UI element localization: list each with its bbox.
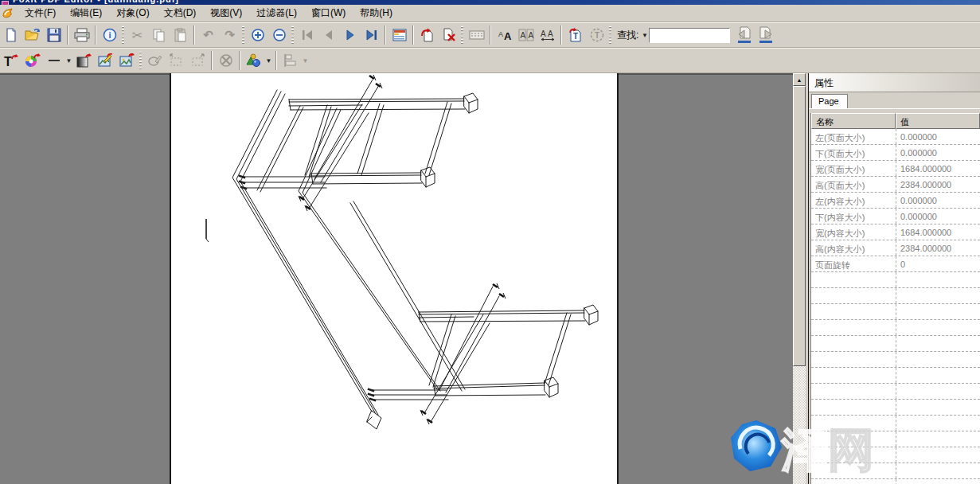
import-page-button[interactable] xyxy=(416,25,438,45)
transform-right-button[interactable] xyxy=(187,50,209,71)
delete-page-button[interactable] xyxy=(438,25,459,45)
property-value[interactable] xyxy=(896,352,980,367)
save-button[interactable] xyxy=(43,25,64,45)
edit-path-icon xyxy=(147,53,163,68)
open-button[interactable] xyxy=(21,25,43,45)
property-value[interactable] xyxy=(896,336,980,351)
menu-item-5[interactable]: 过滤器(L) xyxy=(249,5,304,21)
align-icon xyxy=(283,53,299,68)
last-page-button[interactable] xyxy=(361,25,382,45)
property-value[interactable]: 0.000000 xyxy=(896,193,980,208)
pdf-page[interactable] xyxy=(170,73,619,484)
char-width-button[interactable]: AA xyxy=(537,25,558,45)
zoom-in-button[interactable] xyxy=(247,25,268,45)
insert-shape-button[interactable] xyxy=(243,50,264,71)
property-name: 高(内容大小) xyxy=(811,240,896,256)
new-document-icon xyxy=(4,28,18,42)
property-value[interactable]: 1684.000000 xyxy=(896,224,980,240)
menu-item-4[interactable]: 视图(V) xyxy=(203,5,249,21)
zoom-out-icon xyxy=(272,28,287,42)
property-row: 高(页面大小)2384.000000 xyxy=(811,177,980,193)
add-shading-button[interactable] xyxy=(73,50,95,71)
empty-row xyxy=(811,288,980,304)
line-icon xyxy=(47,53,61,68)
property-value[interactable] xyxy=(896,400,980,415)
find-prev-button[interactable] xyxy=(733,25,755,45)
property-value[interactable] xyxy=(896,447,980,463)
find-dropdown[interactable]: ▼ xyxy=(640,25,649,45)
keyboard-button[interactable] xyxy=(466,25,487,45)
add-text-object-button[interactable]: T xyxy=(564,25,586,45)
vertical-scrollbar[interactable]: ▲ xyxy=(793,73,806,484)
zoom-out-button[interactable] xyxy=(268,25,290,45)
first-page-button[interactable] xyxy=(296,25,318,45)
property-row: 宽(页面大小)1684.000000 xyxy=(811,161,980,177)
property-value[interactable] xyxy=(896,368,980,383)
property-value[interactable] xyxy=(896,431,980,447)
text-state-icon: T xyxy=(590,28,604,42)
delete-object-button[interactable] xyxy=(215,50,236,71)
panel-title: 属性 xyxy=(809,73,980,92)
add-text-button[interactable]: T xyxy=(0,50,21,71)
copy-button[interactable] xyxy=(148,25,170,45)
paste-button[interactable] xyxy=(170,25,191,45)
add-color-button[interactable] xyxy=(21,50,43,71)
property-name: 左(页面大小) xyxy=(811,129,896,144)
property-value[interactable]: 0 xyxy=(896,256,980,271)
menu-item-1[interactable]: 编辑(E) xyxy=(63,5,109,21)
new-document-button[interactable] xyxy=(0,25,21,45)
property-row: 宽(内容大小)1684.000000 xyxy=(811,224,980,240)
menu-item-3[interactable]: 文档(D) xyxy=(157,5,204,21)
prev-page-button[interactable] xyxy=(318,25,339,45)
find-next-button[interactable] xyxy=(755,25,776,45)
property-value[interactable] xyxy=(896,320,980,335)
menu-item-6[interactable]: 窗口(W) xyxy=(304,5,353,21)
scrollbar-thumb[interactable] xyxy=(793,86,806,366)
line-style-button[interactable] xyxy=(43,50,64,71)
line-style-dropdown[interactable]: ▼ xyxy=(64,50,73,71)
property-value[interactable] xyxy=(896,304,980,319)
property-value[interactable] xyxy=(896,288,980,303)
property-value[interactable]: 2384.000000 xyxy=(896,240,980,256)
property-value[interactable] xyxy=(896,272,980,287)
property-value[interactable]: 0.000000 xyxy=(896,129,980,144)
edit-image-button[interactable] xyxy=(95,50,116,71)
redo-button[interactable]: ↷ xyxy=(219,25,240,45)
next-page-button[interactable] xyxy=(339,25,361,45)
text-state-button[interactable]: T xyxy=(586,25,607,45)
menu-item-7[interactable]: 帮助(H) xyxy=(353,5,400,21)
document-app-icon xyxy=(2,7,14,20)
page-layout-icon xyxy=(392,28,407,42)
property-value[interactable] xyxy=(896,416,980,431)
menu-item-0[interactable]: 文件(F) xyxy=(18,5,63,21)
property-value[interactable] xyxy=(896,463,980,478)
char-spacing-button[interactable]: AA xyxy=(515,25,537,45)
property-value[interactable]: 2384.000000 xyxy=(896,177,980,192)
property-value[interactable] xyxy=(896,479,980,484)
scroll-up-button[interactable]: ▲ xyxy=(793,73,806,86)
transform-right-icon xyxy=(190,53,206,68)
empty-row xyxy=(811,416,980,431)
find-input[interactable] xyxy=(649,28,730,43)
tab-page[interactable]: Page xyxy=(811,94,848,108)
font-button[interactable]: A A xyxy=(494,25,515,45)
technical-drawing xyxy=(171,73,617,484)
insert-shape-dropdown[interactable]: ▼ xyxy=(264,50,273,71)
transform-left-button[interactable] xyxy=(166,50,187,71)
svg-text:T: T xyxy=(573,32,578,41)
document-info-button[interactable]: i xyxy=(99,25,120,45)
print-button[interactable] xyxy=(71,25,92,45)
align-objects-button[interactable] xyxy=(279,50,301,71)
add-image-button[interactable] xyxy=(116,50,138,71)
page-layout-button[interactable] xyxy=(388,25,410,45)
edit-path-button[interactable] xyxy=(144,50,166,71)
undo-button[interactable]: ↶ xyxy=(197,25,219,45)
property-value[interactable]: 0.000000 xyxy=(896,145,980,160)
align-objects-dropdown[interactable]: ▼ xyxy=(301,50,310,71)
svg-text:i: i xyxy=(108,30,111,40)
cut-button[interactable]: ✂ xyxy=(127,25,148,45)
property-value[interactable]: 1684.000000 xyxy=(896,161,980,176)
property-value[interactable]: 0.000000 xyxy=(896,209,980,224)
property-value[interactable] xyxy=(896,384,980,399)
menu-item-2[interactable]: 对象(O) xyxy=(109,5,156,21)
